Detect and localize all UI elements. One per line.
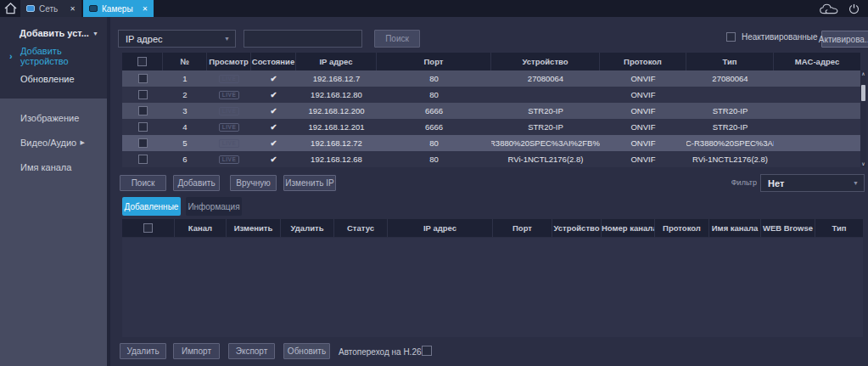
type-cell: RVi-1NCTL2176(2.8) (686, 151, 774, 167)
tab-network[interactable]: Сеть ✕ (20, 0, 81, 17)
device-row[interactable]: 4LIVE✔192.168.12.2016666STR20-IPONVIFSTR… (122, 119, 860, 135)
device-row[interactable]: 3LIVE✔192.168.12.2006666STR20-IPONVIFSTR… (122, 103, 860, 119)
col-web-browse: WEB Browse (761, 219, 815, 237)
protocol-cell: ONVIF (600, 87, 686, 103)
close-icon[interactable]: ✕ (137, 5, 148, 13)
preview-cell: LIVE (207, 103, 251, 119)
device-row[interactable]: 2LIVE✔192.168.12.8080ONVIF (122, 87, 860, 103)
row-number: 5 (163, 135, 207, 151)
sidebar-item-label: Имя канала (20, 162, 71, 172)
protocol-cell: ONVIF (600, 151, 686, 167)
live-preview-badge[interactable]: LIVE (219, 123, 239, 132)
port-cell: 80 (377, 151, 491, 167)
filter-label: Фильтр (696, 178, 757, 187)
sidebar-item-label: Обновление (20, 74, 75, 84)
row-checkbox[interactable] (138, 155, 148, 164)
row-number: 6 (163, 151, 207, 167)
row-number: 3 (163, 103, 207, 119)
tab-cameras[interactable]: Камеры ✕ (83, 0, 154, 17)
app-window: Сеть ✕ Камеры ✕ Добавить уст... ▼ › Доба… (0, 0, 868, 366)
row-checkbox[interactable] (138, 106, 148, 115)
mac-cell (774, 151, 860, 167)
power-icon[interactable] (848, 3, 860, 14)
sidebar-item-update[interactable]: Обновление (0, 67, 107, 90)
h265-auto-label: Автопереход на H.265 (339, 347, 426, 357)
tab-added[interactable]: Добавленные (122, 197, 181, 216)
sidebar-item-label: Добавить устройство (20, 46, 107, 66)
mac-cell (774, 135, 860, 151)
col-port: Порт (377, 53, 491, 70)
search-field-select-value: IP адрес (126, 34, 163, 44)
preview-cell: LIVE (207, 70, 251, 87)
sidebar-item-video-audio[interactable]: Видео/Аудио ▶ (0, 130, 107, 155)
added-table-header: Канал Изменить Удалить Статус IP адрес П… (122, 219, 863, 237)
import-button[interactable]: Импорт (173, 343, 220, 359)
delete-button[interactable]: Удалить (120, 343, 166, 359)
close-icon[interactable]: ✕ (64, 5, 76, 13)
live-preview-badge[interactable]: LIVE (219, 155, 239, 164)
protocol-cell: ONVIF (600, 135, 686, 151)
sidebar-group-header-label: Добавить уст... (20, 28, 89, 38)
sidebar-item-label: Видео/Аудио (20, 138, 76, 148)
live-preview-badge[interactable]: LIVE (219, 107, 239, 115)
sidebar-item-add-device[interactable]: › Добавить устройство (0, 44, 107, 67)
preview-cell: LIVE (207, 87, 251, 103)
col-ip: IP адрес (388, 219, 493, 237)
row-number: 4 (163, 119, 207, 135)
device-row[interactable]: 5LIVE✔192.168.12.7280TC-R3880%20SPEC%3AI… (122, 135, 860, 151)
export-button[interactable]: Экспорт (228, 343, 275, 359)
checkbox-cell (122, 87, 163, 103)
inactive-filter: Неактивированные (726, 32, 818, 42)
port-cell: 6666 (377, 103, 491, 119)
scrollbar-thumb[interactable] (861, 85, 865, 101)
cloud-icon[interactable] (818, 3, 840, 15)
col-status: Статус (334, 219, 388, 237)
activate-button[interactable]: Активирова... (821, 31, 868, 48)
device-cell: STR20-IP (491, 103, 600, 119)
ip-cell: 192.168.12.72 (296, 135, 377, 151)
h265-auto-checkbox[interactable] (422, 346, 432, 356)
device-row[interactable]: 6LIVE✔192.168.12.6880RVi-1NCTL2176(2.8)O… (122, 151, 860, 167)
mac-cell (774, 119, 860, 135)
row-checkbox[interactable] (138, 90, 148, 99)
search-button[interactable]: Поиск (374, 30, 420, 48)
table-scrollbar[interactable]: ∧ ∨ (860, 70, 866, 167)
select-all-checkbox[interactable] (137, 57, 147, 66)
live-preview-badge[interactable]: LIVE (219, 139, 239, 148)
filter-select[interactable]: Нет ▼ (760, 174, 865, 192)
sidebar-item-channel-name[interactable]: Имя канала (0, 155, 107, 179)
sidebar-item-image[interactable]: Изображение (0, 105, 107, 130)
add-button[interactable]: Добавить (173, 175, 220, 191)
refresh-button[interactable]: Обновить (283, 343, 330, 359)
scroll-up-icon[interactable]: ∧ (861, 70, 865, 77)
col-ip: IP адрес (296, 53, 377, 70)
col-port: Порт (493, 219, 552, 237)
col-type: Тип (815, 219, 863, 237)
row-checkbox[interactable] (138, 122, 148, 132)
manual-button[interactable]: Вручную (230, 175, 277, 191)
top-bar: Сеть ✕ Камеры ✕ (0, 0, 868, 17)
type-cell (686, 87, 774, 103)
device-row[interactable]: 1LIVE✔192.168.12.78027080064ONVIF2708006… (122, 70, 860, 87)
row-number: 1 (163, 70, 207, 87)
chevron-down-icon: ▼ (853, 180, 859, 186)
sidebar-group-header[interactable]: Добавить уст... ▼ (0, 22, 107, 44)
home-button[interactable] (0, 0, 20, 17)
scroll-down-icon[interactable]: ∨ (861, 160, 865, 167)
edit-ip-button[interactable]: Изменить IP (283, 175, 336, 191)
ip-cell: 192.168.12.7 (296, 70, 377, 87)
search-input[interactable] (244, 30, 362, 48)
col-delete: Удалить (281, 219, 334, 237)
row-checkbox[interactable] (138, 74, 148, 83)
live-preview-badge[interactable]: LIVE (219, 75, 239, 83)
select-all-checkbox[interactable] (143, 223, 153, 233)
port-cell: 80 (377, 70, 491, 87)
row-checkbox[interactable] (138, 138, 148, 148)
live-preview-badge[interactable]: LIVE (219, 91, 239, 99)
search-devices-button[interactable]: Поиск (120, 175, 166, 191)
inactive-checkbox[interactable] (726, 32, 736, 42)
tab-network-label: Сеть (39, 4, 58, 14)
discovered-rows: 1LIVE✔192.168.12.78027080064ONVIF2708006… (122, 70, 860, 167)
tab-information[interactable]: Информация (186, 197, 242, 216)
search-field-select[interactable]: IP адрес ▼ (118, 30, 236, 48)
